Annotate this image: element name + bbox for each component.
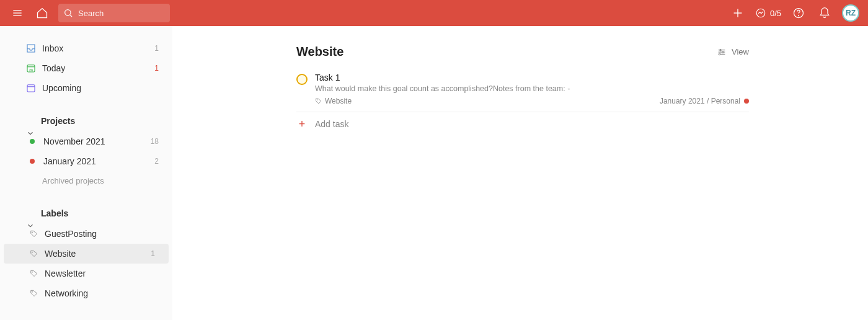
task-project-text: January 2021 / Personal [660,97,740,105]
add-task-button[interactable]: + Add task [296,112,749,136]
labels-header-label: Labels [41,208,68,218]
label-count: 1 [151,249,157,258]
task-label-text: Website [325,97,352,105]
sidebar-item-inbox[interactable]: Inbox 1 [0,38,172,58]
header-left [9,4,170,22]
tag-icon [315,97,322,105]
task-project[interactable]: January 2021 / Personal [660,97,749,105]
svg-point-3 [65,10,71,16]
sidebar-item-label: Inbox [42,43,63,53]
svg-point-9 [799,16,799,16]
label-item[interactable]: Website1 [4,244,169,264]
svg-rect-13 [27,85,35,92]
sliders-icon [717,47,727,57]
search-box[interactable] [58,4,170,22]
task-meta: Website January 2021 / Personal [315,97,749,105]
upcoming-icon [25,82,37,94]
project-label: November 2021 [43,136,105,146]
notifications-icon[interactable] [816,4,833,22]
label-item[interactable]: Newsletter [4,264,169,283]
project-item[interactable]: November 2021 18 [0,131,172,151]
sidebar-item-label: Upcoming [42,83,81,93]
task-row[interactable]: Task 1 What would make this goal count a… [296,70,749,112]
projects-header[interactable]: Projects [0,110,172,131]
title-row: Website View [296,45,749,59]
page-title: Website [296,45,343,59]
svg-point-19 [32,252,33,252]
productivity-count: 0/5 [770,9,781,18]
label-text: GuestPosting [45,229,97,239]
tag-icon [30,269,38,278]
svg-point-27 [719,53,720,55]
tag-icon [30,289,38,298]
sidebar-item-today[interactable]: 26 Today 1 [0,58,172,78]
app-header: 0/5 RZ [0,0,868,26]
quick-add-icon[interactable] [729,4,746,22]
add-task-label: Add task [315,119,348,129]
chevron-down-icon[interactable] [26,221,35,230]
labels-header[interactable]: Labels [0,203,172,224]
view-button[interactable]: View [717,47,749,57]
search-input[interactable] [78,9,165,18]
label-text: Website [45,249,76,259]
productivity-icon [755,7,766,19]
svg-point-20 [32,272,33,272]
help-icon[interactable] [790,4,807,22]
sidebar: Inbox 1 26 Today 1 Upcoming Projects [0,26,172,320]
svg-point-18 [32,232,33,233]
search-icon [63,8,73,18]
project-count: 18 [151,137,161,146]
plus-icon: + [296,118,308,130]
task-title: Task 1 [315,73,749,82]
svg-text:26: 26 [29,68,33,72]
inbox-icon [25,43,37,54]
productivity-button[interactable]: 0/5 [755,7,781,19]
project-item[interactable]: January 2021 2 [0,151,172,171]
label-text: Newsletter [45,269,86,278]
sidebar-item-upcoming[interactable]: Upcoming [0,78,172,98]
view-label: View [732,47,749,56]
main-content: Website View Task 1 What would make this… [172,26,868,320]
svg-point-23 [720,49,722,51]
layout: Inbox 1 26 Today 1 Upcoming Projects [0,26,868,320]
project-color-dot [30,159,35,164]
avatar[interactable]: RZ [842,4,859,22]
task-body: Task 1 What would make this goal count a… [315,73,749,105]
home-icon[interactable] [33,4,51,22]
project-color-dot [744,99,749,104]
sidebar-item-count: 1 [154,44,161,53]
tag-icon [30,249,38,258]
menu-icon[interactable] [9,4,26,22]
svg-point-28 [317,100,317,100]
project-count: 2 [154,157,161,166]
project-label: January 2021 [43,156,96,166]
task-checkbox[interactable] [296,74,308,85]
header-right: 0/5 RZ [729,4,859,22]
svg-line-4 [70,15,72,17]
today-icon: 26 [25,63,37,74]
task-description: What would make this goal count as accom… [315,84,749,93]
archived-projects[interactable]: Archived projects [0,171,172,190]
svg-point-21 [32,291,33,292]
sidebar-item-count: 1 [154,64,161,73]
projects-header-label: Projects [41,116,75,126]
task-label[interactable]: Website [315,97,352,105]
project-color-dot [30,139,35,144]
svg-point-25 [722,51,724,53]
tag-icon [30,229,38,238]
label-item[interactable]: Networking [4,283,169,303]
sidebar-item-label: Today [42,63,65,73]
label-text: Networking [45,288,88,298]
